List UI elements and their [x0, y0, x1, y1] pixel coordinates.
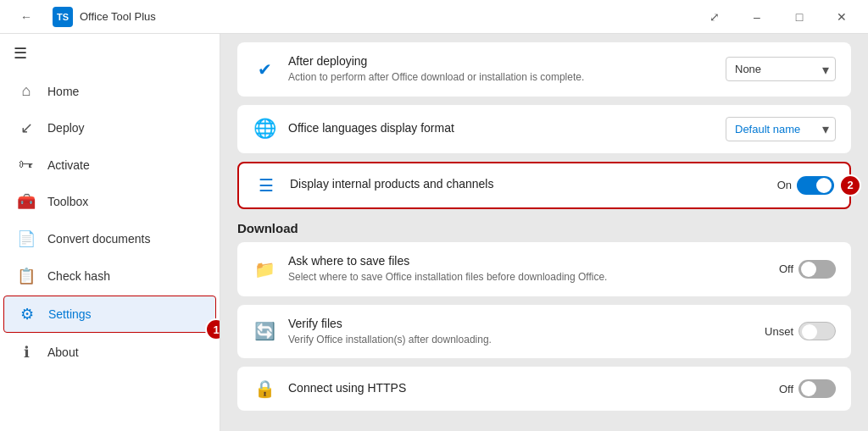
activate-icon: 🗝 — [17, 156, 36, 174]
annotation-badge-2: 2 — [839, 174, 861, 196]
connect-https-toggle-label: Off — [779, 383, 793, 395]
expand-button[interactable]: ⤢ — [695, 3, 734, 30]
verify-files-toggle[interactable] — [798, 322, 836, 340]
after-deploying-icon: ✔ — [253, 59, 276, 80]
ask-save-toggle[interactable] — [798, 260, 836, 279]
app-icon: TS — [53, 7, 73, 27]
card-verify-files: 🔄 Verify files Verify Office installatio… — [237, 305, 851, 359]
titlebar: ← TS Office Tool Plus ⤢ – □ ✕ — [0, 0, 868, 34]
display-internal-title: Display internal products and channels — [290, 177, 765, 191]
after-deploying-control: None Restart Shutdown — [726, 57, 836, 81]
after-deploying-dropdown[interactable]: None Restart Shutdown — [726, 57, 836, 81]
ask-save-control: Off — [779, 260, 836, 279]
ask-save-title: Ask where to save files — [288, 254, 767, 268]
office-languages-icon: 🌐 — [253, 118, 276, 140]
connect-https-text: Connect using HTTPS — [288, 381, 767, 397]
office-languages-dropdown[interactable]: Default name English name Local name — [726, 117, 836, 141]
sidebar-item-settings-label: Settings — [48, 307, 92, 321]
home-icon: ⌂ — [17, 82, 36, 100]
ask-save-desc: Select where to save Office installation… — [288, 270, 767, 285]
display-internal-toggle-label: On — [777, 179, 792, 191]
connect-https-toggle[interactable] — [798, 379, 836, 398]
card-office-languages: 🌐 Office languages display format Defaul… — [237, 105, 851, 153]
after-deploying-title: After deploying — [288, 54, 714, 68]
display-internal-control: On — [777, 176, 834, 195]
verify-files-icon: 🔄 — [253, 321, 276, 341]
sidebar-item-toolbox[interactable]: 🧰 Toolbox — [3, 184, 216, 219]
close-button[interactable]: ✕ — [822, 3, 861, 30]
sidebar-item-toolbox-label: Toolbox — [47, 195, 88, 208]
office-languages-control: Default name English name Local name — [726, 117, 836, 141]
sidebar-item-convert[interactable]: 📄 Convert documents — [3, 221, 216, 257]
sidebar-item-home[interactable]: ⌂ Home — [3, 74, 216, 108]
maximize-button[interactable]: □ — [780, 3, 819, 30]
sidebar-item-settings[interactable]: ⚙ Settings 1 — [3, 296, 216, 333]
ask-save-icon: 📁 — [253, 259, 276, 279]
sidebar: ☰ ⌂ Home ↙ Deploy 🗝 Activate 🧰 Toolbox 📄… — [0, 34, 220, 431]
download-section-header: Download — [237, 221, 851, 235]
convert-icon: 📄 — [17, 229, 36, 248]
card-display-internal: ☰ Display internal products and channels… — [237, 162, 851, 209]
content-area: ✔ After deploying Action to perform afte… — [220, 34, 868, 431]
minimize-button[interactable]: – — [737, 3, 776, 30]
hamburger-button[interactable]: ☰ — [0, 34, 220, 73]
office-languages-title: Office languages display format — [288, 121, 714, 135]
toolbox-icon: 🧰 — [17, 192, 36, 211]
display-internal-icon: ☰ — [254, 175, 278, 196]
window-controls: ⤢ – □ ✕ — [695, 3, 861, 30]
after-deploying-dropdown-wrap[interactable]: None Restart Shutdown — [726, 57, 836, 81]
sidebar-item-checkhash-label: Check hash — [47, 269, 110, 283]
verify-files-control: Unset — [765, 322, 836, 340]
office-languages-dropdown-wrap[interactable]: Default name English name Local name — [726, 117, 836, 141]
settings-icon: ⚙ — [18, 305, 36, 323]
office-languages-text: Office languages display format — [288, 121, 714, 137]
connect-https-icon: 🔒 — [253, 379, 276, 399]
card-ask-save: 📁 Ask where to save files Select where t… — [237, 242, 851, 296]
titlebar-left: ← TS Office Tool Plus — [7, 3, 695, 30]
minimize-icon: – — [754, 10, 760, 24]
ask-save-toggle-label: Off — [779, 262, 793, 275]
sidebar-item-about-label: About — [47, 345, 79, 359]
close-icon: ✕ — [837, 10, 847, 24]
sidebar-item-deploy[interactable]: ↙ Deploy — [3, 110, 216, 146]
sidebar-item-convert-label: Convert documents — [47, 232, 150, 246]
sidebar-item-home-label: Home — [47, 85, 79, 98]
deploy-icon: ↙ — [17, 119, 36, 137]
sidebar-item-activate-label: Activate — [47, 158, 90, 172]
sidebar-item-checkhash[interactable]: 📋 Check hash — [3, 258, 216, 294]
content-inner: ✔ After deploying Action to perform afte… — [220, 34, 868, 431]
verify-files-text: Verify files Verify Office installation(… — [288, 317, 753, 347]
expand-icon: ⤢ — [709, 10, 720, 24]
verify-files-toggle-label: Unset — [765, 325, 793, 338]
app-title: Office Tool Plus — [80, 10, 156, 23]
verify-files-desc: Verify Office installation(s) after down… — [288, 333, 753, 347]
back-button[interactable]: ← — [7, 3, 46, 30]
maximize-icon: □ — [796, 10, 803, 24]
ask-save-text: Ask where to save files Select where to … — [288, 254, 767, 285]
connect-https-control: Off — [779, 379, 836, 398]
display-internal-toggle[interactable] — [797, 176, 834, 195]
card-connect-https: 🔒 Connect using HTTPS Off — [237, 367, 851, 411]
sidebar-item-about[interactable]: ℹ About — [3, 334, 216, 370]
sidebar-item-activate[interactable]: 🗝 Activate — [3, 147, 216, 182]
connect-https-title: Connect using HTTPS — [288, 381, 767, 395]
back-icon: ← — [20, 10, 32, 24]
hamburger-icon: ☰ — [14, 45, 27, 62]
display-internal-text: Display internal products and channels — [290, 177, 765, 193]
sidebar-item-deploy-label: Deploy — [47, 121, 85, 135]
verify-files-title: Verify files — [288, 317, 753, 330]
after-deploying-desc: Action to perform after Office download … — [288, 70, 714, 85]
about-icon: ℹ — [17, 343, 36, 362]
card-after-deploying: ✔ After deploying Action to perform afte… — [237, 42, 851, 97]
checkhash-icon: 📋 — [17, 267, 36, 285]
main-layout: ☰ ⌂ Home ↙ Deploy 🗝 Activate 🧰 Toolbox 📄… — [0, 34, 868, 431]
after-deploying-text: After deploying Action to perform after … — [288, 54, 714, 85]
